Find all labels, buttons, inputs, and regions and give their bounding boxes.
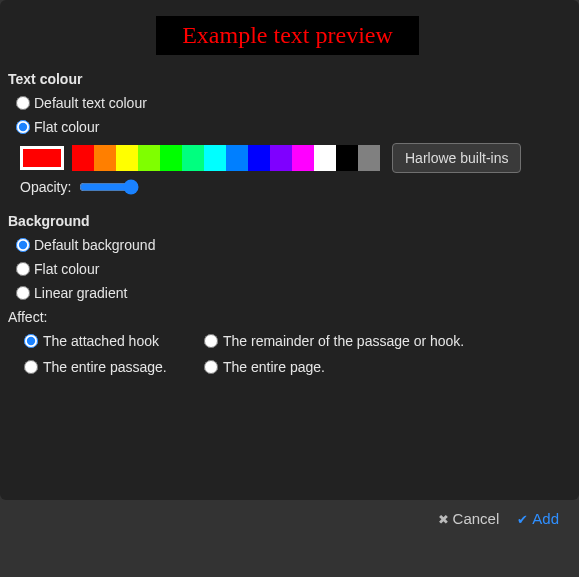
palette-swatch-1[interactable] <box>94 145 116 171</box>
background-gradient-option[interactable]: Linear gradient <box>16 285 567 301</box>
affect-remainder-option[interactable]: The remainder of the passage or hook. <box>204 333 567 349</box>
affect-entire-page-radio[interactable] <box>204 360 218 374</box>
affect-attached-radio[interactable] <box>24 334 38 348</box>
palette-swatch-13[interactable] <box>358 145 380 171</box>
text-colour-default-label: Default text colour <box>34 95 147 111</box>
palette-swatch-12[interactable] <box>336 145 358 171</box>
palette-swatch-7[interactable] <box>226 145 248 171</box>
affect-options: The attached hook The remainder of the p… <box>24 333 567 375</box>
affect-remainder-label: The remainder of the passage or hook. <box>223 333 464 349</box>
affect-heading: Affect: <box>8 309 567 325</box>
text-colour-flat-label: Flat colour <box>34 119 99 135</box>
background-flat-option[interactable]: Flat colour <box>16 261 567 277</box>
palette-swatch-0[interactable] <box>72 145 94 171</box>
background-gradient-radio[interactable] <box>16 286 30 300</box>
background-default-option[interactable]: Default background <box>16 237 567 253</box>
affect-entire-page-label: The entire page. <box>223 359 325 375</box>
text-colour-flat-radio[interactable] <box>16 120 30 134</box>
affect-entire-page-option[interactable]: The entire page. <box>204 359 567 375</box>
palette-swatch-2[interactable] <box>116 145 138 171</box>
text-colour-heading: Text colour <box>8 71 567 87</box>
add-button[interactable]: Add <box>517 510 559 527</box>
affect-attached-label: The attached hook <box>43 333 159 349</box>
dialog-panel: Example text preview Text colour Default… <box>0 0 579 500</box>
preview-container: Example text preview <box>8 8 567 69</box>
harlowe-builtins-button[interactable]: Harlowe built-ins <box>392 143 521 173</box>
dialog-footer: Cancel Add <box>0 500 579 537</box>
palette-swatch-6[interactable] <box>204 145 226 171</box>
affect-entire-passage-radio[interactable] <box>24 360 38 374</box>
preview-text: Example text preview <box>156 16 419 55</box>
affect-entire-passage-option[interactable]: The entire passage. <box>24 359 184 375</box>
palette-swatch-5[interactable] <box>182 145 204 171</box>
cancel-label: Cancel <box>453 510 500 527</box>
background-default-radio[interactable] <box>16 238 30 252</box>
selected-colour-swatch[interactable] <box>20 146 64 170</box>
palette-swatch-11[interactable] <box>314 145 336 171</box>
palette-swatch-4[interactable] <box>160 145 182 171</box>
text-colour-default-option[interactable]: Default text colour <box>16 95 567 111</box>
background-flat-label: Flat colour <box>34 261 99 277</box>
background-flat-radio[interactable] <box>16 262 30 276</box>
palette-swatch-10[interactable] <box>292 145 314 171</box>
opacity-label: Opacity: <box>20 179 71 195</box>
palette-swatch-9[interactable] <box>270 145 292 171</box>
colour-palette <box>72 145 380 171</box>
affect-entire-passage-label: The entire passage. <box>43 359 167 375</box>
text-colour-default-radio[interactable] <box>16 96 30 110</box>
affect-attached-option[interactable]: The attached hook <box>24 333 184 349</box>
opacity-slider[interactable] <box>79 179 139 195</box>
palette-swatch-8[interactable] <box>248 145 270 171</box>
affect-remainder-radio[interactable] <box>204 334 218 348</box>
opacity-row: Opacity: <box>20 179 567 195</box>
background-heading: Background <box>8 213 567 229</box>
background-default-label: Default background <box>34 237 155 253</box>
close-icon <box>438 510 449 527</box>
colour-swatch-row: Harlowe built-ins <box>20 143 567 173</box>
cancel-button[interactable]: Cancel <box>438 510 500 527</box>
check-icon <box>517 510 528 527</box>
background-gradient-label: Linear gradient <box>34 285 127 301</box>
palette-swatch-3[interactable] <box>138 145 160 171</box>
text-colour-flat-option[interactable]: Flat colour <box>16 119 567 135</box>
add-label: Add <box>532 510 559 527</box>
